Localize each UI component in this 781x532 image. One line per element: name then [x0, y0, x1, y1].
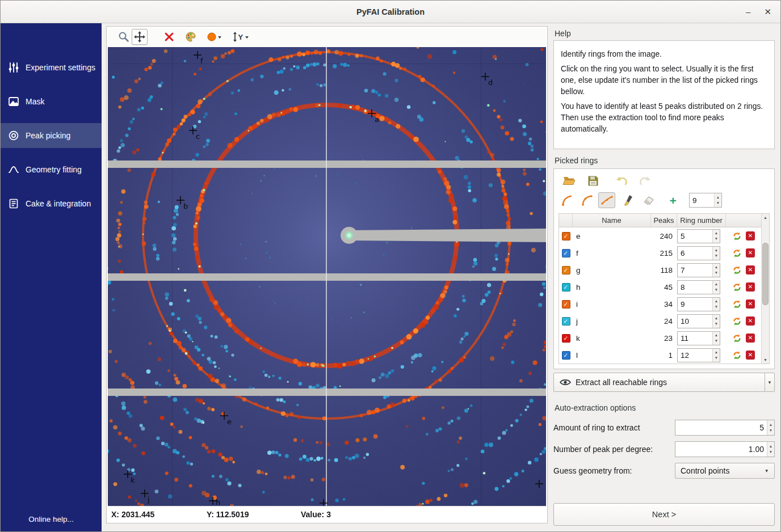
- ring-tool-free-button[interactable]: [598, 192, 615, 208]
- ring-tool-one-peak-button[interactable]: [559, 192, 576, 208]
- scroll-down-arrow[interactable]: ▼: [762, 356, 769, 364]
- table-row[interactable]: ✓ g 118 7 ▲▼: [559, 261, 761, 278]
- table-row[interactable]: ✓ j 24 10 ▲▼: [559, 313, 761, 330]
- refresh-ring-icon[interactable]: [732, 351, 742, 360]
- table-row[interactable]: ✓ e 240 5 ▲▼: [559, 227, 761, 244]
- delete-ring-icon[interactable]: ✕: [746, 333, 755, 343]
- spinner-arrows[interactable]: ▲▼: [714, 193, 721, 207]
- diffraction-image-canvas[interactable]: [108, 47, 546, 506]
- table-row[interactable]: ✓ f 215 6 ▲▼: [559, 244, 761, 261]
- viewer-statusbar: X: 2031.445 Y: 112.5019 Value: 3: [108, 506, 546, 522]
- curve-icon: [7, 164, 20, 175]
- refresh-ring-icon[interactable]: [732, 231, 742, 241]
- refresh-ring-icon[interactable]: [732, 316, 742, 326]
- eraser-tool-button[interactable]: [640, 192, 657, 208]
- header-ring-number[interactable]: Ring number: [677, 214, 726, 227]
- spinner-arrows[interactable]: ▲▼: [767, 442, 774, 457]
- ring-visibility-checkbox[interactable]: ✓: [562, 232, 570, 240]
- next-button[interactable]: Next >: [553, 503, 775, 526]
- brush-tool-button[interactable]: [620, 192, 637, 208]
- sidebar-item-geometry-fitting[interactable]: Geometry fitting: [1, 157, 102, 182]
- ring-visibility-checkbox[interactable]: ✓: [562, 351, 570, 360]
- refresh-ring-icon[interactable]: [732, 333, 742, 343]
- table-scrollbar[interactable]: ▲ ▼: [761, 214, 769, 364]
- table-row[interactable]: ✓ h 45 8 ▲▼: [559, 278, 761, 295]
- spinner-arrows[interactable]: ▲▼: [712, 332, 720, 345]
- delete-ring-icon[interactable]: ✕: [746, 282, 755, 292]
- spinner-arrows[interactable]: ▲▼: [712, 247, 720, 260]
- guess-geometry-combobox[interactable]: Control points ▼: [675, 463, 775, 479]
- delete-ring-icon[interactable]: ✕: [746, 248, 755, 257]
- sidebar-item-cake-integration[interactable]: Cake & integration: [1, 191, 102, 216]
- ring-number-spinbox[interactable]: 9 ▲▼: [677, 297, 720, 311]
- ring-number-spinbox[interactable]: 12 ▲▼: [677, 348, 720, 362]
- refresh-ring-icon[interactable]: [732, 282, 742, 292]
- marker-color-button[interactable]: [204, 29, 225, 45]
- ring-visibility-checkbox[interactable]: ✓: [562, 283, 570, 292]
- undo-button[interactable]: [613, 173, 630, 189]
- ring-number-spinbox[interactable]: 11 ▲▼: [677, 331, 720, 345]
- minimize-icon[interactable]: –: [746, 7, 750, 16]
- ring-number-spinbox[interactable]: 8 ▲▼: [677, 280, 720, 294]
- extract-dropdown-arrow[interactable]: ▼: [765, 373, 775, 392]
- ring-number-spinbox[interactable]: 10 ▲▼: [677, 314, 720, 328]
- delete-ring-icon[interactable]: ✕: [746, 316, 755, 326]
- colormap-button[interactable]: [183, 29, 199, 45]
- scroll-thumb[interactable]: [762, 243, 769, 305]
- titlebar: PyFAI Calibration – ✕: [1, 1, 780, 23]
- spinner-arrows[interactable]: ▲▼: [712, 281, 720, 294]
- scroll-up-arrow[interactable]: ▲: [762, 214, 769, 221]
- header-peaks[interactable]: Peaks: [651, 214, 677, 227]
- new-ring-number-spinbox[interactable]: 9 ▲▼: [689, 193, 722, 208]
- ring-name: i: [573, 300, 651, 309]
- refresh-ring-icon[interactable]: [732, 248, 742, 258]
- spinner-arrows[interactable]: ▲▼: [712, 230, 720, 243]
- spinner-arrows[interactable]: ▲▼: [712, 315, 720, 328]
- redo-button[interactable]: [637, 173, 654, 189]
- picked-rings-section-title: Picked rings: [555, 156, 775, 165]
- ring-amount-spinbox[interactable]: 5 ▲▼: [675, 420, 775, 436]
- red-cross-icon: [164, 32, 174, 42]
- table-row[interactable]: ✓ k 23 11 ▲▼: [559, 330, 761, 347]
- delete-ring-icon[interactable]: ✕: [746, 351, 755, 360]
- table-row[interactable]: ✓ i 34 9 ▲▼: [559, 295, 761, 313]
- sidebar-item-mask[interactable]: Mask: [1, 89, 102, 114]
- refresh-ring-icon[interactable]: [732, 299, 742, 309]
- zoom-tool-button[interactable]: [116, 29, 132, 45]
- open-file-button[interactable]: [561, 173, 578, 189]
- header-name[interactable]: Name: [573, 214, 651, 227]
- chevron-down-icon: ▼: [765, 468, 769, 474]
- pan-tool-button[interactable]: [132, 29, 148, 45]
- ring-visibility-checkbox[interactable]: ✓: [562, 334, 570, 343]
- table-row[interactable]: ✓ l 1 12 ▲▼: [559, 347, 761, 364]
- spinner-arrows[interactable]: ▲▼: [712, 264, 720, 277]
- extract-rings-button[interactable]: Extract all reachable rings: [553, 373, 765, 392]
- ring-visibility-checkbox[interactable]: ✓: [562, 266, 570, 275]
- ring-tool-arc-button[interactable]: [578, 192, 595, 208]
- refresh-ring-icon[interactable]: [732, 265, 742, 275]
- picked-rings-file-toolbar: [559, 174, 770, 188]
- sidebar-item-experiment-settings[interactable]: Experiment settings: [1, 55, 102, 80]
- close-icon[interactable]: ✕: [764, 7, 771, 16]
- delete-ring-icon[interactable]: ✕: [746, 265, 755, 275]
- sidebar-item-peak-picking[interactable]: Peak picking: [1, 123, 102, 148]
- peaks-per-degree-spinbox[interactable]: 1.00 ▲▼: [675, 441, 775, 457]
- save-file-button[interactable]: [585, 173, 602, 189]
- spinner-arrows[interactable]: ▲▼: [712, 349, 720, 362]
- delete-ring-icon[interactable]: ✕: [746, 299, 755, 309]
- ring-number-spinbox[interactable]: 5 ▲▼: [677, 229, 720, 243]
- axis-orientation-button[interactable]: Y: [230, 29, 252, 45]
- delete-ring-icon[interactable]: ✕: [746, 231, 755, 240]
- spinner-arrows[interactable]: ▲▼: [767, 420, 774, 435]
- online-help-link[interactable]: Online help...: [1, 508, 102, 531]
- spinner-arrows[interactable]: ▲▼: [712, 298, 720, 311]
- scroll-track[interactable]: [762, 221, 769, 356]
- ring-visibility-checkbox[interactable]: ✓: [562, 249, 570, 257]
- help-section-title: Help: [555, 29, 775, 38]
- add-ring-button[interactable]: +: [665, 192, 682, 208]
- ring-number-spinbox[interactable]: 6 ▲▼: [677, 246, 720, 260]
- ring-visibility-checkbox[interactable]: ✓: [562, 300, 570, 309]
- ring-visibility-checkbox[interactable]: ✓: [562, 317, 570, 326]
- ring-number-spinbox[interactable]: 7 ▲▼: [677, 263, 720, 277]
- clear-peaks-button[interactable]: [161, 29, 177, 45]
